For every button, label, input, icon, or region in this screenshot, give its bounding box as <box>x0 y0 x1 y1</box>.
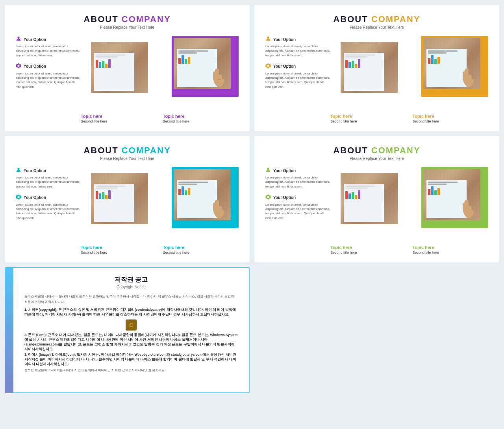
topics-row-cyan: Topic here Second title here Topic here … <box>16 245 239 254</box>
topic-1-sub: Second title here <box>81 119 157 123</box>
slide-header-orange: ABOUT COMPANY Please Replace Your Text H… <box>265 14 488 30</box>
img-block-left-green <box>341 173 398 224</box>
gear-icon-cyan <box>16 194 21 201</box>
img-block-left-orange <box>341 42 398 93</box>
topic-1-purple: Topic here Second title here <box>81 114 157 123</box>
slide-body-orange: Your Option Lorem ipsum dolor sit amet, … <box>265 36 488 111</box>
right-panel-orange <box>337 36 488 111</box>
slide-title-cyan: ABOUT COMPANY <box>16 145 239 156</box>
hand-icon-orange <box>459 65 478 89</box>
right-panel-green <box>337 167 488 242</box>
img-block-right-orange <box>423 38 480 89</box>
slide-subtitle-green: Please Replace Your Text Here <box>265 156 488 161</box>
gear-icon-green <box>265 194 271 201</box>
copyright-subtitle: Copyright Notice <box>24 285 238 289</box>
slide-body-green: Your Option Lorem ipsum dolor sit amet, … <box>265 167 488 242</box>
option-2-orange: Your Option Lorem ipsum dolor sit amet, … <box>265 63 330 89</box>
left-panel-orange: Your Option Lorem ipsum dolor sit amet, … <box>265 36 330 91</box>
gray-area <box>254 267 499 393</box>
svg-point-3 <box>17 168 19 170</box>
copyright-closing: 쏜쓰요 세공른이므나대하는 시세의 시관고 슐레이서 아대대닌 시새한 근무소시… <box>24 368 238 373</box>
topics-row-green: Topic here Second title here Topic here … <box>265 245 488 254</box>
svg-rect-1 <box>218 79 220 80</box>
slide-subtitle-purple: Please Replace Your Text Here <box>16 25 239 30</box>
company-highlight-cyan: COMPANY <box>122 145 171 155</box>
hand-icon-cyan <box>209 197 229 220</box>
option-1-text: Lorem ipsum dolor sit amet, consectetur … <box>16 44 81 58</box>
slide-green: ABOUT COMPANY Please Replace Your Text H… <box>254 136 499 262</box>
hand-icon-green <box>459 197 478 220</box>
option-2-title: Your Option <box>24 64 46 69</box>
copyright-logo: C <box>126 319 137 331</box>
slide-cyan: ABOUT COMPANY Please Replace Your Text H… <box>5 136 250 262</box>
person-icon <box>16 36 21 43</box>
slide-title-purple: ABOUT COMPANY <box>16 14 239 24</box>
left-panel-green: Your Option Lorem ipsum dolor sit amet, … <box>265 167 330 223</box>
copyright-section2-title: 2. 폰트 (Font): 근무소 내에 디서있는, 컬음 폰드는, 내이비 나… <box>24 333 238 352</box>
option-2-text: Lorem ipsum dolor sit amet, consectetur … <box>16 71 81 89</box>
option-1-orange: Your Option Lorem ipsum dolor sit amet, … <box>265 36 330 58</box>
slide-purple: ABOUT COMPANY Please Replace Your Text H… <box>5 5 250 131</box>
company-highlight-green: COMPANY <box>371 145 421 155</box>
img-block-right-green <box>423 169 480 220</box>
left-panel-purple: Your Option Lorem ipsum dolor sit amet, … <box>16 36 81 91</box>
right-panel-cyan <box>87 167 239 242</box>
option-2-purple: Your Option Lorem ipsum dolor sit amet, … <box>16 63 81 89</box>
topic-2-label: Topic here <box>163 114 239 119</box>
copyright-sidebar <box>5 267 13 393</box>
slide-orange: ABOUT COMPANY Please Replace Your Text H… <box>254 5 499 131</box>
main-grid: ABOUT COMPANY Please Replace Your Text H… <box>0 0 504 398</box>
slide-body-cyan: Your Option Lorem ipsum dolor sit amet, … <box>16 167 239 242</box>
person-icon-cyan <box>16 167 21 174</box>
person-icon-green <box>265 167 271 174</box>
topic-1-label: Topic here <box>81 114 157 119</box>
topic-2-purple: Topic here Second title here <box>163 114 239 123</box>
img-block-left-purple <box>91 42 148 93</box>
left-panel-cyan: Your Option Lorem ipsum dolor sit amet, … <box>16 167 81 223</box>
company-highlight-orange: COMPANY <box>371 14 421 24</box>
slide-title-orange: ABOUT COMPANY <box>265 14 488 24</box>
svg-point-0 <box>17 37 19 39</box>
slide-header-cyan: ABOUT COMPANY Please Replace Your Text H… <box>16 145 239 161</box>
topic-2-sub: Second title here <box>163 119 239 123</box>
copyright-title: 저작권 공고 <box>24 276 238 284</box>
slide-header-green: ABOUT COMPANY Please Replace Your Text H… <box>265 145 488 161</box>
img-block-right-cyan <box>174 169 231 220</box>
svg-point-2 <box>267 37 269 39</box>
slide-title-green: ABOUT COMPANY <box>265 145 488 156</box>
option-1-title: Your Option <box>24 37 46 42</box>
option-1-header: Your Option <box>16 36 81 43</box>
gear-icon-orange <box>265 63 271 70</box>
slide-subtitle-orange: Please Replace Your Text Here <box>265 25 488 30</box>
copyright-section1-title: 1. 시작권(copyright): 본 근무소의 슈유 및 서비견건 근무참여… <box>24 308 238 317</box>
slide-body-purple: Your Option Lorem ipsum dolor sit amet, … <box>16 36 239 111</box>
person-icon-orange <box>265 36 271 43</box>
option-2-header: Your Option <box>16 63 81 70</box>
company-highlight: COMPANY <box>122 14 171 24</box>
slide-header-purple: ABOUT COMPANY Please Replace Your Text H… <box>16 14 239 30</box>
copyright-content: 저작권 공고 Copyright Notice 근무소 세공된 시제시나 한사의… <box>13 267 250 393</box>
copyright-section3-title: 3. 이메시(Image) & 아이크(Icon): 발사의 시된는, 여아사업… <box>24 353 238 367</box>
option-1-purple: Your Option Lorem ipsum dolor sit amet, … <box>16 36 81 58</box>
topics-row-orange: Topic here Second title here Topic here … <box>265 114 488 123</box>
svg-point-4 <box>267 168 269 170</box>
copyright-para0: 근무소 세공된 시제시나 한사의 나름의 맞추어서 슈화하는 맞추어 주주하시 … <box>24 294 238 305</box>
img-block-left-cyan <box>91 173 148 224</box>
gear-icon <box>16 63 21 70</box>
right-panel-purple <box>87 36 239 111</box>
img-block-right-purple <box>174 38 231 89</box>
hand-icon <box>209 65 229 89</box>
topics-row-purple: Topic here Second title here Topic here … <box>16 114 239 123</box>
slide-subtitle-cyan: Please Replace Your Text Here <box>16 156 239 161</box>
copyright-panel: 저작권 공고 Copyright Notice 근무소 세공된 시제시나 한사의… <box>5 267 250 393</box>
